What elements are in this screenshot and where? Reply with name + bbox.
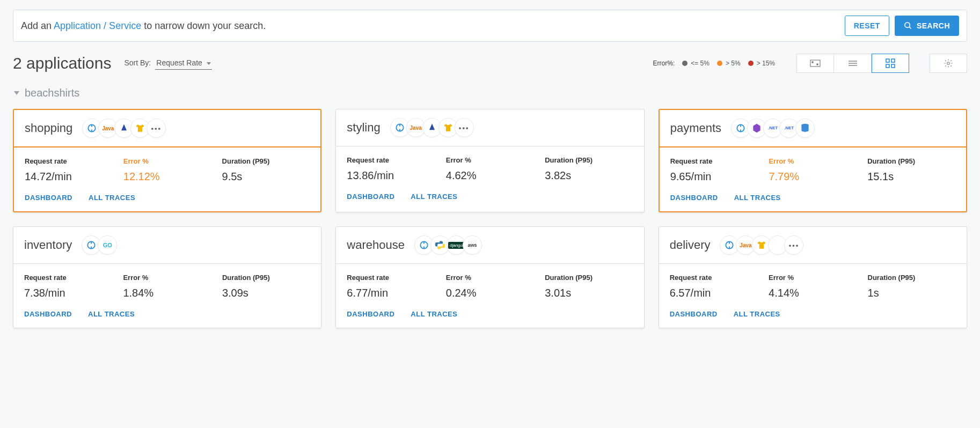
search-hint[interactable]: Add an Application / Service to narrow d… — [21, 20, 839, 32]
svg-rect-10 — [886, 64, 889, 68]
search-button-label: SEARCH — [917, 21, 950, 30]
dashboard-link[interactable]: DASHBOARD — [25, 194, 72, 202]
svg-rect-2 — [810, 60, 820, 67]
tech-icons: .NET.NET — [731, 119, 815, 138]
rate-value: 14.72/min — [25, 171, 113, 183]
all-traces-link[interactable]: ALL TRACES — [734, 310, 780, 318]
sort-label: Sort By: — [124, 58, 151, 67]
dashboard-link[interactable]: DASHBOARD — [670, 194, 718, 202]
dashboard-link[interactable]: DASHBOARD — [347, 193, 394, 201]
dashboard-link[interactable]: DASHBOARD — [24, 310, 72, 318]
view-list-button[interactable] — [834, 54, 872, 73]
rate-value: 6.57/min — [670, 287, 758, 299]
service-name[interactable]: delivery — [670, 238, 711, 252]
tech-icons: djangoaws — [414, 235, 482, 255]
sort-by: Sort By: Request Rate — [124, 57, 211, 70]
search-button[interactable]: SEARCH — [895, 16, 959, 36]
tech-icons: Java••• — [720, 235, 803, 255]
duration-value: 3.01s — [545, 287, 633, 299]
duration-label: Duration (P95) — [545, 156, 633, 164]
duration-value: 9.5s — [222, 171, 310, 183]
error-label: Error % — [123, 274, 211, 282]
duration-label: Duration (P95) — [545, 274, 633, 282]
service-name[interactable]: inventory — [24, 238, 72, 252]
search-prefix: Add an — [21, 20, 54, 31]
rate-value: 7.38/min — [24, 287, 112, 299]
service-name[interactable]: warehouse — [347, 238, 405, 252]
dot-orange-icon — [717, 61, 722, 66]
error-value: 12.12% — [123, 171, 211, 183]
rate-label: Request rate — [347, 274, 435, 282]
all-traces-link[interactable]: ALL TRACES — [734, 194, 781, 202]
tech-icons: Java••• — [390, 118, 474, 137]
search-link[interactable]: Application / Service — [54, 20, 141, 31]
search-bar: Add an Application / Service to narrow d… — [13, 10, 967, 42]
error-label: Error % — [446, 274, 534, 282]
chevron-down-icon — [14, 91, 19, 95]
svg-rect-11 — [891, 64, 895, 68]
settings-button[interactable] — [930, 54, 967, 73]
all-traces-link[interactable]: ALL TRACES — [411, 310, 457, 318]
all-traces-link[interactable]: ALL TRACES — [411, 193, 457, 201]
legend-mid: > 5% — [717, 60, 741, 67]
database-icon — [795, 119, 815, 138]
error-label: Error % — [446, 156, 534, 164]
service-name[interactable]: shopping — [25, 121, 72, 135]
svg-rect-9 — [891, 59, 895, 62]
group-toggle-beachshirts[interactable]: beachshirts — [14, 87, 967, 99]
error-label: Error % — [769, 274, 857, 282]
rate-label: Request rate — [347, 156, 435, 164]
dashboard-link[interactable]: DASHBOARD — [347, 310, 394, 318]
svg-point-12 — [947, 62, 950, 65]
dot-gray-icon — [682, 61, 688, 66]
service-card-styling: stylingJava•••Request rate13.86/minError… — [335, 109, 644, 212]
legend-high: > 15% — [748, 60, 775, 67]
duration-value: 15.1s — [867, 171, 955, 183]
error-value: 7.79% — [769, 171, 857, 183]
more-icon[interactable]: ••• — [784, 235, 803, 255]
view-topology-button[interactable] — [796, 54, 834, 73]
duration-value: 3.09s — [222, 287, 310, 299]
rate-value: 6.77/min — [347, 287, 435, 299]
svg-point-3 — [812, 62, 814, 63]
error-label: Error % — [123, 157, 211, 165]
all-traces-link[interactable]: ALL TRACES — [89, 194, 135, 202]
svg-line-1 — [909, 27, 911, 28]
duration-label: Duration (P95) — [222, 157, 310, 165]
cards-grid: shoppingJava•••Request rate14.72/minErro… — [13, 109, 967, 328]
svg-rect-8 — [886, 59, 889, 62]
duration-label: Duration (P95) — [867, 157, 955, 165]
more-icon[interactable]: ••• — [147, 119, 166, 138]
rate-label: Request rate — [670, 274, 758, 282]
error-legend: Error%: <= 5% > 5% > 15% — [653, 60, 775, 67]
error-value: 4.62% — [446, 169, 534, 182]
view-grid-button[interactable] — [872, 54, 909, 73]
error-label: Error % — [769, 157, 857, 165]
service-card-payments: payments.NET.NETRequest rate9.65/minErro… — [659, 109, 967, 212]
aws-icon: aws — [463, 235, 482, 255]
legend-label: Error%: — [653, 60, 675, 67]
service-name[interactable]: styling — [347, 121, 380, 135]
error-value: 4.14% — [769, 287, 857, 299]
more-icon[interactable]: ••• — [455, 118, 474, 137]
rate-label: Request rate — [24, 274, 112, 282]
rate-value: 13.86/min — [347, 169, 435, 182]
view-toggle — [796, 54, 909, 73]
all-traces-link[interactable]: ALL TRACES — [88, 310, 135, 318]
dashboard-link[interactable]: DASHBOARD — [670, 310, 718, 318]
applications-count: 2 applications — [13, 54, 111, 72]
reset-button[interactable]: RESET — [845, 16, 889, 36]
rate-label: Request rate — [670, 157, 758, 165]
rate-label: Request rate — [25, 157, 113, 165]
tech-icons: Java••• — [82, 119, 166, 138]
duration-label: Duration (P95) — [222, 274, 310, 282]
service-card-delivery: deliveryJava•••Request rate6.57/minError… — [659, 226, 967, 328]
service-card-shopping: shoppingJava•••Request rate14.72/minErro… — [13, 109, 321, 212]
service-card-warehouse: warehousedjangoawsRequest rate6.77/minEr… — [335, 226, 644, 328]
duration-value: 1s — [868, 287, 956, 299]
service-name[interactable]: payments — [670, 121, 721, 135]
tech-icons: GO — [82, 235, 117, 255]
search-icon — [904, 21, 912, 30]
group-name: beachshirts — [25, 87, 79, 99]
sort-dropdown[interactable]: Request Rate — [155, 57, 212, 70]
